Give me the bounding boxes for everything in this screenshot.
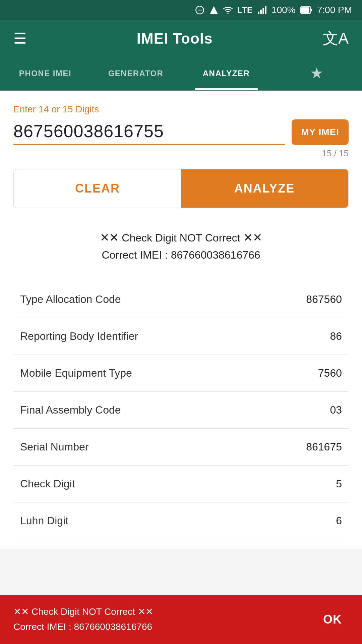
translate-icon[interactable]: 文A — [323, 28, 349, 49]
field-label-rbi: Reporting Body Identifier — [20, 330, 275, 342]
status-bar: LTE 100% 7:00 PM — [0, 0, 362, 20]
field-label-cd: Check Digit — [20, 478, 275, 490]
tab-favorites[interactable]: ★ — [272, 57, 362, 90]
banner-line1: ✕✕ Check Digit NOT Correct ✕✕ — [13, 604, 316, 620]
svg-point-3 — [227, 13, 229, 14]
input-row: MY IMEI — [13, 119, 349, 145]
svg-rect-7 — [265, 6, 266, 14]
warning-text: Check Digit NOT Correct — [122, 232, 243, 244]
check-digit-warning: ✕✕ Check Digit NOT Correct ✕✕ Correct IM… — [13, 222, 349, 271]
tab-phone-imei[interactable]: PHONE IMEI — [0, 57, 90, 90]
battery-percent: 100% — [272, 5, 296, 15]
ok-button[interactable]: OK — [316, 609, 349, 630]
table-row: Mobile Equipment Type 7560 — [13, 355, 349, 391]
tab-bar: PHONE IMEI GENERATOR ANALYZER ★ — [0, 57, 362, 91]
xx-left: ✕✕ — [100, 231, 119, 244]
field-label-fac: Final Assembly Code — [20, 404, 275, 416]
xx-right: ✕✕ — [243, 231, 262, 244]
field-value-sn: 861675 — [275, 441, 342, 453]
field-value-ld: 6 — [275, 515, 342, 527]
wifi-icon — [223, 5, 233, 15]
imei-data-table: Type Allocation Code 867560 Reporting Bo… — [13, 281, 349, 539]
clear-button[interactable]: CLEAR — [14, 169, 181, 208]
svg-rect-10 — [311, 9, 312, 11]
char-count: 15 / 15 — [13, 148, 349, 159]
table-row: Luhn Digit 6 — [13, 502, 349, 539]
svg-marker-2 — [210, 6, 218, 14]
field-label-sn: Serial Number — [20, 441, 275, 453]
imei-input[interactable] — [13, 121, 285, 141]
correct-imei-line: Correct IMEI : 867660038616766 — [13, 247, 349, 264]
mobile-signal-icon — [257, 5, 267, 15]
field-value-rbi: 86 — [275, 330, 342, 342]
field-label-met: Mobile Equipment Type — [20, 367, 275, 379]
tab-analyzer[interactable]: ANALYZER — [181, 57, 272, 90]
field-value-met: 7560 — [275, 367, 342, 379]
field-value-fac: 03 — [275, 404, 342, 416]
imei-input-wrapper — [13, 121, 285, 145]
main-content: Enter 14 or 15 Digits MY IMEI 15 / 15 CL… — [0, 91, 362, 549]
field-value-cd: 5 — [275, 478, 342, 490]
app-title: IMEI Tools — [137, 30, 213, 47]
app-bar: ☰ IMEI Tools 文A — [0, 20, 362, 57]
table-row: Reporting Body Identifier 86 — [13, 318, 349, 355]
banner-line2: Correct IMEI : 867660038616766 — [13, 620, 316, 635]
banner-xx-right: ✕✕ — [138, 606, 153, 617]
status-icons: LTE 100% 7:00 PM — [195, 5, 352, 15]
field-label-tac: Type Allocation Code — [20, 293, 275, 306]
svg-rect-6 — [262, 8, 264, 14]
my-imei-button[interactable]: MY IMEI — [292, 119, 349, 145]
table-row: Type Allocation Code 867560 — [13, 281, 349, 318]
hamburger-icon[interactable]: ☰ — [13, 31, 26, 46]
banner-text: ✕✕ Check Digit NOT Correct ✕✕ Correct IM… — [13, 604, 316, 635]
table-row: Final Assembly Code 03 — [13, 391, 349, 428]
battery-icon — [300, 5, 312, 15]
field-label-ld: Luhn Digit — [20, 515, 275, 527]
field-value-tac: 867560 — [275, 293, 342, 306]
table-row: Check Digit 5 — [13, 465, 349, 502]
warning-line1: ✕✕ Check Digit NOT Correct ✕✕ — [13, 228, 349, 247]
input-hint: Enter 14 or 15 Digits — [13, 104, 349, 115]
banner-warning: Check Digit NOT Correct — [32, 606, 138, 617]
svg-rect-4 — [258, 12, 259, 14]
action-row: CLEAR ANALYZE — [13, 169, 349, 208]
lte-badge: LTE — [237, 5, 253, 15]
svg-rect-5 — [260, 10, 262, 14]
svg-rect-9 — [301, 7, 309, 13]
banner-xx-left: ✕✕ — [13, 606, 29, 617]
dnd-icon — [195, 5, 204, 15]
clock: 7:00 PM — [317, 5, 352, 15]
signal-icon — [209, 5, 219, 15]
analyze-button[interactable]: ANALYZE — [181, 169, 348, 208]
tab-generator[interactable]: GENERATOR — [90, 57, 181, 90]
bottom-banner: ✕✕ Check Digit NOT Correct ✕✕ Correct IM… — [0, 595, 362, 644]
table-row: Serial Number 861675 — [13, 428, 349, 465]
